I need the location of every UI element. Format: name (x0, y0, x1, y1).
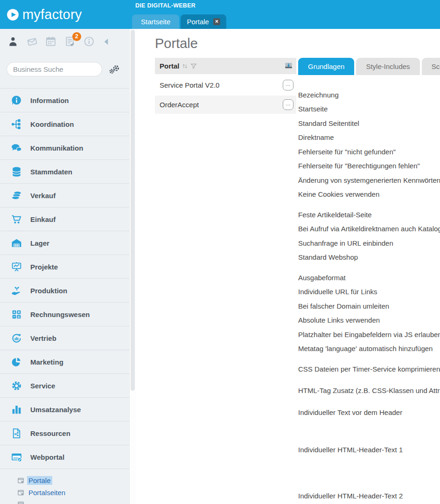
sidebar-item[interactable]: www Webportal (0, 445, 129, 469)
sidebar-item[interactable]: Vertrieb (0, 326, 129, 350)
search-input[interactable] (7, 62, 102, 76)
form-label: Individueller HTML-Header-Text 1 (298, 443, 440, 457)
table-row[interactable]: OrderAccept ... (155, 96, 296, 114)
tab-script-includes[interactable]: Script-Includes (422, 58, 440, 75)
form-label: Direktname (298, 131, 440, 145)
tab-style-includes[interactable]: Style-Includes (356, 58, 419, 75)
form-label: Startseite (298, 102, 440, 117)
sidebar-item[interactable]: Verkauf (0, 183, 129, 207)
form-label: Platzhalter bei Eingabefeldern via JS er… (298, 327, 440, 342)
page-title: Portale (155, 29, 440, 58)
info-icon[interactable] (83, 35, 95, 48)
form-label: Bei Aufruf via Artikeldirektnamen auch K… (298, 222, 440, 236)
portal-name: Service Portal V2.0 (160, 81, 283, 89)
form-label: Bei falscher Domain umleiten (298, 299, 440, 313)
sidebar-scrollbar[interactable] (129, 29, 136, 504)
sidebar-item[interactable]: Service (0, 373, 129, 397)
form-label: Individueller HTML-Header-Text 2 (298, 489, 440, 503)
sidebar: 2 Information Koordination Kommunikation (0, 29, 129, 504)
search-row (7, 62, 129, 76)
sidebar-item[interactable]: Stammdaten (0, 159, 129, 183)
sidebar-subitem[interactable] (0, 498, 129, 504)
portal-list-panel: Portal Service Portal V2.0 ... OrderAcce… (155, 58, 296, 115)
collapse-sidebar-icon[interactable] (102, 37, 112, 47)
projekte-icon (11, 261, 22, 273)
mail-icon[interactable] (26, 35, 38, 48)
sidebar-subitem[interactable]: Portale (0, 475, 129, 487)
form-group: BezeichnungStartseiteStandard Seitentite… (298, 88, 440, 201)
sidebar-item[interactable]: Ressourcen (0, 421, 129, 445)
lager-icon (11, 237, 22, 249)
sidebar-item[interactable]: Rechnungswesen (0, 302, 129, 326)
form-group: Individueller HTML-Header-Text 1 (298, 443, 440, 457)
filter-icon[interactable] (190, 62, 197, 70)
tab-portale[interactable]: Portale × (181, 14, 226, 29)
notification-badge: 2 (72, 32, 81, 41)
form-label: Bezeichnung (298, 88, 440, 102)
row-options-button[interactable]: ... (283, 99, 293, 110)
form-group: CSS Dateien per Timer-Service komprimier… (298, 362, 440, 376)
form-group: Individueller Text vor dem Header (298, 405, 440, 420)
play-icon (7, 8, 19, 21)
webportal-icon: www (11, 451, 22, 463)
sidebar-item[interactable]: Produktion (0, 278, 129, 302)
app-header: myfactory DIE DIGITAL-WEBER Startseite P… (0, 0, 440, 29)
tasks-icon[interactable]: 2 (64, 35, 76, 48)
information-icon (11, 95, 22, 106)
rechnungswesen-icon (11, 309, 22, 320)
scrollbar-thumb[interactable] (131, 30, 135, 391)
grundlagen-form: BezeichnungStartseiteStandard Seitentite… (298, 88, 440, 503)
form-group: Individueller HTML-Header-Text 2 (298, 489, 440, 503)
form-label: Individuelle URL für Links (298, 285, 440, 299)
session-tabs: Startseite Portale × (132, 14, 226, 29)
form-label: Metatag 'language' automatisch hinzufüge… (298, 342, 440, 356)
sidebar-submenu: Portale Portalseiten (0, 475, 129, 504)
form-label: Suchanfrage in URL einbinden (298, 236, 440, 250)
table-row[interactable]: Service Portal V2.0 ... (155, 76, 296, 94)
marketing-icon (11, 356, 22, 368)
close-icon[interactable]: × (213, 18, 220, 25)
sidebar-item[interactable]: Umsatzanalyse (0, 397, 129, 421)
calendar-icon[interactable] (45, 35, 57, 48)
tab-startseite[interactable]: Startseite (132, 14, 179, 29)
verkauf-icon (11, 190, 22, 201)
kommunikation-icon (11, 142, 22, 154)
sidebar-item[interactable]: Lager (0, 231, 129, 255)
window-icon (17, 477, 24, 484)
user-icon[interactable] (7, 35, 19, 48)
sidebar-item[interactable]: Kommunikation (0, 136, 129, 159)
sidebar-item[interactable]: Projekte (0, 255, 129, 278)
form-label: Keine Cookies verwenden (298, 187, 440, 202)
sidebar-item[interactable]: Einkauf (0, 207, 129, 231)
form-group: HTML-Tag Zusatz (z.B. CSS-Klassen und At… (298, 384, 440, 398)
sort-icon[interactable] (181, 62, 189, 70)
row-options-button[interactable]: ... (283, 80, 293, 90)
window-icon (17, 489, 24, 496)
portal-detail-panel: Grundlagen Style-Includes Script-Include… (298, 58, 440, 504)
export-icon[interactable] (284, 62, 293, 70)
sidebar-toolbar: 2 (0, 29, 129, 48)
koordination-icon (11, 118, 22, 130)
main-content: Portale Portal Service Portal V2.0 ... O… (136, 29, 440, 504)
sidebar-item[interactable]: Marketing (0, 350, 129, 373)
form-label: Absolute Links verwenden (298, 313, 440, 328)
sidebar-menu: Information Koordination Kommunikation S… (0, 88, 129, 469)
myfactory-logo[interactable]: myfactory (0, 0, 132, 29)
produktion-icon (11, 285, 22, 297)
vertrieb-icon (11, 332, 22, 344)
sidebar-subitem[interactable]: Portalseiten (0, 487, 129, 499)
ressourcen-icon (11, 428, 22, 439)
form-group: AusgabeformatIndividuelle URL für LinksB… (298, 270, 440, 356)
form-label: Standard Seitentitel (298, 116, 440, 131)
tab-grundlagen[interactable]: Grundlagen (298, 58, 354, 75)
sidebar-item[interactable]: Information (0, 88, 129, 112)
search-settings-gears-icon[interactable] (108, 63, 120, 76)
form-label: Fehlerseite für "Berechtigungen fehlen" (298, 159, 440, 173)
column-header-portal[interactable]: Portal (160, 62, 180, 70)
detail-tabs: Grundlagen Style-Includes Script-Include… (298, 58, 440, 75)
umsatzanalyse-icon (11, 404, 22, 415)
portal-rows: Service Portal V2.0 ... OrderAccept ... (155, 76, 296, 114)
sidebar-item[interactable]: Koordination (0, 112, 129, 136)
header-right: DIE DIGITAL-WEBER Startseite Portale × (132, 0, 226, 29)
form-label: HTML-Tag Zusatz (z.B. CSS-Klassen und At… (298, 384, 440, 398)
